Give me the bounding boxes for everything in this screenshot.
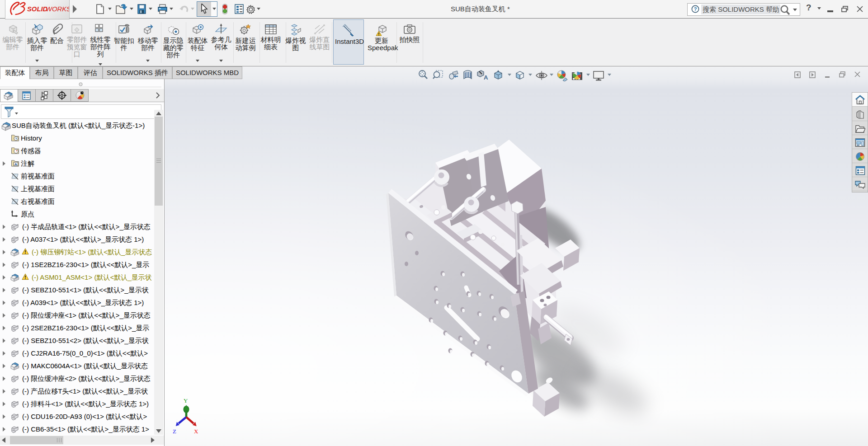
svg-text:Z: Z <box>173 428 176 435</box>
svg-text:WORKS: WORKS <box>46 5 69 13</box>
svg-text:A: A <box>14 162 17 166</box>
svg-text:X: X <box>194 428 198 435</box>
svg-text:A: A <box>484 74 488 81</box>
svg-text:SOLID: SOLID <box>27 5 48 13</box>
svg-text:Y: Y <box>184 397 188 404</box>
svg-text:?: ? <box>694 6 697 12</box>
